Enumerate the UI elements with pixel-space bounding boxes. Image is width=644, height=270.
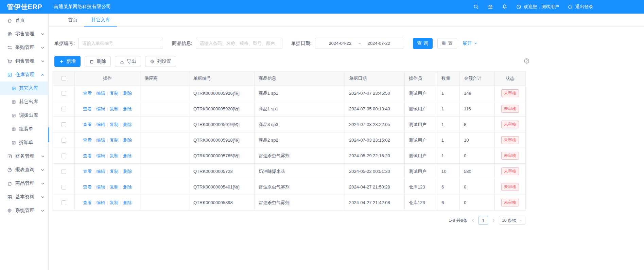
export-button[interactable]: 导出 [115, 56, 141, 67]
sidebar-item-零售管理[interactable]: 零售管理 [0, 27, 48, 41]
topbar-actions: 欢迎您，测试用户 退出登录 [473, 0, 593, 14]
cell-status: 未审核 [495, 195, 526, 211]
cell-actions: 查看|编辑|复制|删除 [75, 101, 140, 117]
action-查看[interactable]: 查看 [83, 169, 92, 174]
cell-qty: 1 [437, 132, 460, 148]
action-编辑[interactable]: 编辑 [96, 169, 105, 174]
app-logo[interactable]: 管伊佳ERP [0, 2, 49, 12]
sidebar-item-组装单[interactable]: 组装单 [0, 122, 48, 136]
user-menu[interactable]: 欢迎您，测试用户 [516, 4, 559, 10]
action-编辑[interactable]: 编辑 [96, 200, 105, 205]
cell-supplier [140, 179, 189, 195]
cell-supplier [140, 117, 189, 132]
sidebar-item-仓库管理[interactable]: 仓库管理 [0, 68, 48, 82]
date-end-value[interactable]: 2024-07-22 [367, 41, 390, 46]
action-查看[interactable]: 查看 [83, 200, 92, 205]
help-icon[interactable] [524, 58, 529, 64]
action-编辑[interactable]: 编辑 [96, 122, 105, 127]
action-复制[interactable]: 复制 [110, 169, 119, 174]
next-page-button[interactable] [491, 218, 495, 222]
sidebar-item-报表查询[interactable]: 报表查询 [0, 163, 48, 177]
action-编辑[interactable]: 编辑 [96, 138, 105, 143]
organization-icon[interactable] [488, 4, 493, 10]
sidebar-item-其它出库[interactable]: 其它出库 [0, 95, 48, 109]
action-复制[interactable]: 复制 [110, 153, 119, 158]
action-删除[interactable]: 删除 [123, 169, 132, 174]
sidebar-item-label: 系统管理 [15, 208, 34, 214]
action-复制[interactable]: 复制 [110, 200, 119, 205]
row-checkbox[interactable] [62, 122, 66, 127]
sidebar-item-label: 零售管理 [15, 31, 34, 37]
action-复制[interactable]: 复制 [110, 138, 119, 143]
search-button[interactable]: 查询 [413, 38, 433, 49]
sidebar-item-商品管理[interactable]: 商品管理 [0, 177, 48, 190]
sidebar-item-其它入库[interactable]: 其它入库 [0, 82, 48, 95]
sidebar-item-财务管理[interactable]: 财务管理 [0, 149, 48, 163]
product-info-input[interactable] [196, 38, 282, 49]
action-删除[interactable]: 删除 [123, 91, 132, 96]
cell-supplier [140, 86, 189, 101]
bill-no-input[interactable] [78, 38, 163, 49]
reset-button[interactable]: 重置 [437, 38, 457, 49]
date-range-picker[interactable]: 2024-04-22 ~ 2024-07-22 [315, 38, 404, 49]
action-查看[interactable]: 查看 [83, 106, 92, 111]
action-separator: | [107, 184, 108, 190]
expand-toggle[interactable]: 展开 [463, 40, 477, 47]
cell-operator: 测试用户 [405, 148, 437, 164]
action-删除[interactable]: 删除 [123, 122, 132, 127]
search-icon[interactable] [473, 4, 479, 10]
action-编辑[interactable]: 编辑 [96, 153, 105, 158]
action-删除[interactable]: 删除 [123, 153, 132, 158]
sidebar-item-采购管理[interactable]: 采购管理 [0, 41, 48, 54]
action-编辑[interactable]: 编辑 [96, 91, 105, 96]
action-编辑[interactable]: 编辑 [96, 106, 105, 111]
sidebar-scrollbar-thumb[interactable] [48, 127, 49, 142]
page-size-select[interactable]: 10 条/页 [499, 216, 525, 225]
add-button[interactable]: 新增 [54, 56, 81, 67]
action-复制[interactable]: 复制 [110, 91, 119, 96]
action-查看[interactable]: 查看 [83, 122, 92, 127]
sidebar-item-调拨出库[interactable]: 调拨出库 [0, 109, 48, 122]
action-复制[interactable]: 复制 [110, 122, 119, 127]
notification-bell-icon[interactable] [502, 4, 507, 10]
row-checkbox[interactable] [62, 169, 66, 174]
logout-button[interactable]: 退出登录 [568, 4, 593, 10]
row-checkbox[interactable] [62, 200, 66, 205]
column-settings-label: 列设置 [157, 58, 171, 65]
action-查看[interactable]: 查看 [83, 138, 92, 143]
sidebar-item-label: 其它入库 [19, 85, 38, 91]
sidebar-item-销售管理[interactable]: 销售管理 [0, 54, 48, 68]
sidebar-item-拆卸单[interactable]: 拆卸单 [0, 136, 48, 149]
date-start-value[interactable]: 2024-04-22 [329, 41, 351, 46]
sidebar-item-基本资料[interactable]: 基本资料 [0, 190, 48, 204]
action-查看[interactable]: 查看 [83, 91, 92, 96]
tab-其它入库[interactable]: 其它入库 [84, 14, 117, 26]
column-settings-button[interactable]: 列设置 [145, 56, 176, 67]
tab-首页[interactable]: 首页 [61, 14, 84, 26]
action-复制[interactable]: 复制 [110, 184, 119, 190]
cell-status: 未审核 [495, 132, 526, 148]
row-checkbox[interactable] [62, 154, 66, 158]
row-checkbox[interactable] [62, 107, 66, 111]
sidebar-item-首页[interactable]: 首页 [0, 14, 48, 27]
row-checkbox[interactable] [62, 138, 66, 143]
cell-bill_no: QTRK00000005920[转] [189, 101, 255, 117]
action-删除[interactable]: 删除 [123, 200, 132, 205]
prev-page-button[interactable] [471, 218, 475, 222]
action-查看[interactable]: 查看 [83, 153, 92, 158]
sidebar-item-系统管理[interactable]: 系统管理 [0, 204, 48, 217]
action-复制[interactable]: 复制 [110, 106, 119, 111]
row-checkbox[interactable] [62, 91, 66, 96]
select-all-checkbox[interactable] [62, 76, 66, 81]
action-删除[interactable]: 删除 [123, 184, 132, 190]
action-删除[interactable]: 删除 [123, 138, 132, 143]
page-number[interactable]: 1 [478, 216, 488, 225]
cell-date: 2024-05-22 00:51:30 [345, 164, 405, 179]
table-row: 查看|编辑|复制|删除QTRK00000005401[转]雷达杀虫气雾剂2024… [53, 179, 526, 195]
action-删除[interactable]: 删除 [123, 106, 132, 111]
action-编辑[interactable]: 编辑 [96, 184, 105, 190]
table-header-row: 操作供应商单据编号商品信息单据日期操作员数量金额合计状态 [53, 71, 526, 86]
row-checkbox[interactable] [62, 185, 66, 190]
delete-button[interactable]: 删除 [85, 56, 111, 67]
action-查看[interactable]: 查看 [83, 184, 92, 190]
